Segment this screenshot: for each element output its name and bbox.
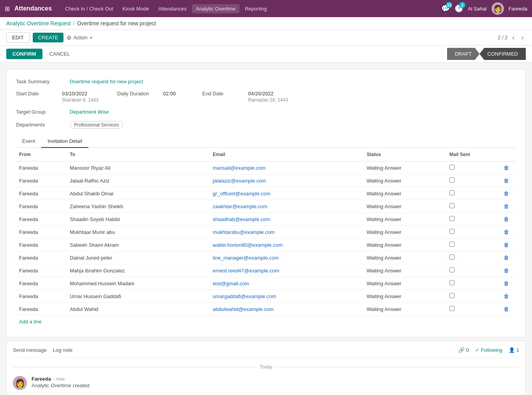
cancel-button[interactable]: CANCEL [46,49,74,59]
delete-row-button[interactable]: 🗑 [504,306,509,312]
cell-mail-sent[interactable] [446,264,500,277]
notifications-button[interactable]: 💬 33 [441,4,450,13]
mail-sent-checkbox[interactable] [449,165,454,170]
stage-draft[interactable]: DRAFT [447,48,479,60]
cell-delete[interactable]: 🗑 [500,187,516,200]
cell-mail-sent[interactable] [446,200,500,213]
cell-mail-sent[interactable] [446,174,500,187]
send-message-button[interactable]: Send message [13,347,47,353]
message-header: Fareeda - now [32,376,90,382]
cell-delete[interactable]: 🗑 [500,174,516,187]
delete-row-button[interactable]: 🗑 [504,177,509,184]
grid-icon[interactable]: ⊞ [5,5,10,12]
cell-mail-sent[interactable] [446,213,500,226]
task-summary-row: Task Summary Overtime request for new pr… [16,79,516,84]
cell-delete[interactable]: 🗑 [500,251,516,264]
navbar-right: 💬 33 🕐 2 Al Sahal 👩 Fareeda [441,2,527,15]
mail-sent-checkbox[interactable] [449,190,454,195]
nav-kiosk[interactable]: Kiosk Mode [119,4,153,13]
cell-delete[interactable]: 🗑 [500,290,516,303]
message-author: Fareeda [32,376,51,382]
departments-row: Departments Professional Services [16,121,516,129]
nav-attendances[interactable]: Attendances [155,4,190,13]
delete-row-button[interactable]: 🗑 [504,255,509,261]
delete-row-button[interactable]: 🗑 [504,280,509,286]
next-button[interactable]: › [519,33,526,42]
mail-sent-checkbox[interactable] [449,255,454,260]
cell-mail-sent[interactable] [446,187,500,200]
stage-confirmed[interactable]: CONFIRMED [479,48,526,60]
followers-button[interactable]: 👤 1 [509,347,519,353]
following-button[interactable]: ✓ Following [475,347,502,353]
mail-sent-checkbox[interactable] [449,177,454,183]
mail-sent-checkbox[interactable] [449,216,454,221]
start-date-value: 03/10/2022 [62,91,99,97]
cell-delete[interactable]: 🗑 [500,200,516,213]
table-row: Fareeda Abdul Wahid abdulwahid@example.c… [16,303,516,316]
tab-invitation-detail[interactable]: Invitation Detail [41,135,88,148]
create-button[interactable]: CREATE [33,33,64,42]
delete-row-button[interactable]: 🗑 [504,190,509,197]
departments-tag[interactable]: Professional Services [70,121,123,129]
mail-sent-checkbox[interactable] [449,229,454,234]
cell-to: Mansoor Riyaz Ali [67,162,210,174]
confirm-bar: CONFIRM CANCEL DRAFT CONFIRMED [0,46,532,63]
cell-to: Shaadin Soyeb Habibi [67,213,210,226]
edit-button[interactable]: EDIT [6,32,30,43]
mail-sent-checkbox[interactable] [449,293,454,298]
nav-reporting[interactable]: Reporting [241,4,271,13]
confirm-button[interactable]: CONFIRM [6,49,42,59]
cell-mail-sent[interactable] [446,226,500,239]
chevron-down-icon: ▼ [89,35,93,40]
nav-checkin[interactable]: Check In / Check Out [61,4,117,13]
cell-delete[interactable]: 🗑 [500,277,516,290]
action-dropdown[interactable]: ⚙ Action ▼ [67,35,93,41]
delete-row-button[interactable]: 🗑 [504,165,509,171]
cell-mail-sent[interactable] [446,239,500,251]
mail-sent-checkbox[interactable] [449,267,454,272]
cell-mail-sent[interactable] [446,277,500,290]
main-content: Task Summary Overtime request for new pr… [0,63,532,395]
end-date-label: End Date [202,91,245,97]
app-title[interactable]: Attendances [14,5,52,12]
cell-delete[interactable]: 🗑 [500,226,516,239]
cell-email: gr_officert@example.com [210,187,363,200]
delete-row-button[interactable]: 🗑 [504,203,509,209]
activities-button[interactable]: 🕐 2 [454,4,463,13]
avatar[interactable]: 👩 [491,2,504,15]
cell-email: test@gmail.com [210,277,363,290]
cell-delete[interactable]: 🗑 [500,303,516,316]
timeline-label: Today [260,364,272,370]
cell-mail-sent[interactable] [446,290,500,303]
delete-row-button[interactable]: 🗑 [504,216,509,222]
daily-duration-label: Daily Duration [117,91,160,97]
avatar-name: Fareeda [509,6,527,12]
delete-row-button[interactable]: 🗑 [504,242,509,248]
cell-mail-sent[interactable] [446,303,500,316]
breadcrumb-parent[interactable]: Analytic Overtime Request [6,20,71,26]
cell-delete[interactable]: 🗑 [500,162,516,174]
delete-row-button[interactable]: 🗑 [504,229,509,235]
person-icon: 👤 [509,347,515,353]
log-note-button[interactable]: Log note [53,347,73,353]
prev-button[interactable]: ‹ [510,33,516,42]
cell-mail-sent[interactable] [446,251,500,264]
mail-sent-checkbox[interactable] [449,203,454,208]
col-email: Email [210,148,363,162]
tab-event[interactable]: Event [16,135,41,148]
cell-status: Waiting Answer [363,264,446,277]
cell-from: Fareeda [16,226,67,239]
delete-row-button[interactable]: 🗑 [504,267,509,274]
mail-sent-checkbox[interactable] [449,306,454,311]
cell-mail-sent[interactable] [446,162,500,174]
add-line-button[interactable]: Add a line [16,316,45,328]
cell-delete[interactable]: 🗑 [500,213,516,226]
cell-delete[interactable]: 🗑 [500,264,516,277]
mail-sent-checkbox[interactable] [449,242,454,247]
nav-analytic-overtime[interactable]: Analytic Overtime [192,4,240,13]
cell-delete[interactable]: 🗑 [500,239,516,251]
mail-sent-checkbox[interactable] [449,280,454,285]
end-date-block: End Date 04/20/2022 Ramadan 18, 1443 [202,91,288,103]
cell-to: Umar Hussein Gaddafi [67,290,210,303]
delete-row-button[interactable]: 🗑 [504,293,509,299]
